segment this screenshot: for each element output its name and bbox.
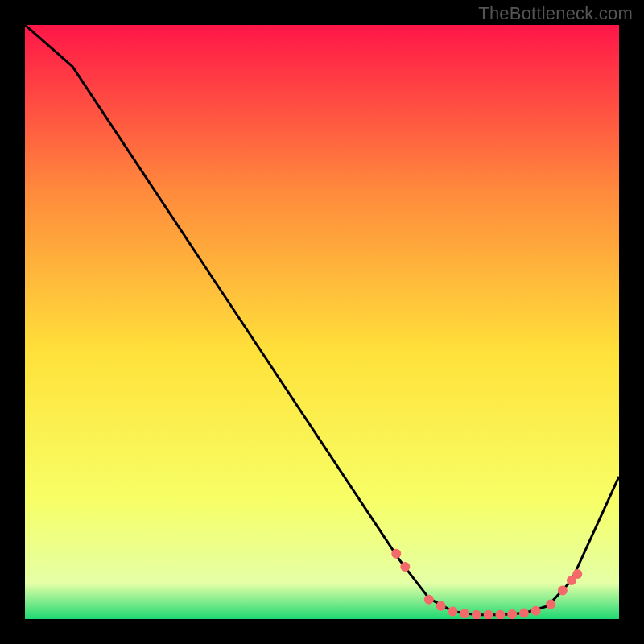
watermark-text: TheBottleneck.com <box>478 3 633 24</box>
data-point <box>460 609 469 618</box>
gradient-background <box>25 25 619 619</box>
data-point <box>391 549 401 559</box>
chart-frame: TheBottleneck.com <box>0 0 644 644</box>
data-point <box>519 609 529 618</box>
data-point <box>400 562 410 572</box>
chart-svg <box>25 25 619 619</box>
data-point <box>448 606 457 616</box>
data-point <box>531 606 541 616</box>
data-point <box>507 609 517 619</box>
plot-area <box>25 25 619 619</box>
data-point <box>546 600 555 609</box>
data-point <box>558 586 568 596</box>
data-point <box>424 595 434 605</box>
data-point <box>436 601 446 611</box>
data-point <box>572 569 582 579</box>
